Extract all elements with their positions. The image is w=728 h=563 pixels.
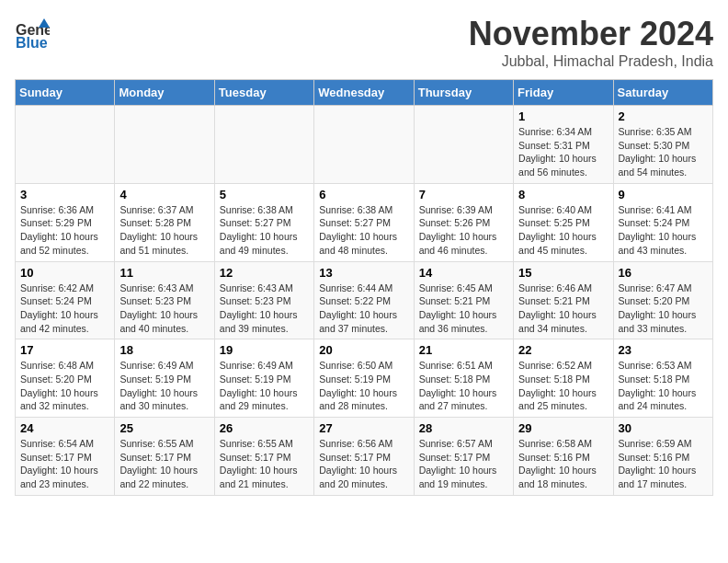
title-area: November 2024 Jubbal, Himachal Pradesh, … xyxy=(469,15,713,70)
day-info: Sunrise: 6:54 AM Sunset: 5:17 PM Dayligh… xyxy=(20,437,109,491)
calendar-week-row: 3Sunrise: 6:36 AM Sunset: 5:29 PM Daylig… xyxy=(16,183,713,261)
weekday-header: Sunday xyxy=(16,80,115,106)
calendar-cell: 20Sunrise: 6:50 AM Sunset: 5:19 PM Dayli… xyxy=(314,339,414,418)
day-info: Sunrise: 6:52 AM Sunset: 5:18 PM Dayligh… xyxy=(518,359,608,413)
calendar-cell: 23Sunrise: 6:53 AM Sunset: 5:18 PM Dayli… xyxy=(613,339,712,418)
day-number: 26 xyxy=(220,421,309,435)
calendar-cell: 28Sunrise: 6:57 AM Sunset: 5:17 PM Dayli… xyxy=(414,418,513,496)
day-number: 21 xyxy=(419,343,508,357)
calendar-cell xyxy=(414,106,513,184)
day-number: 1 xyxy=(518,109,608,123)
day-info: Sunrise: 6:34 AM Sunset: 5:31 PM Dayligh… xyxy=(518,125,608,179)
location-subtitle: Jubbal, Himachal Pradesh, India xyxy=(469,53,713,70)
calendar-cell: 2Sunrise: 6:35 AM Sunset: 5:30 PM Daylig… xyxy=(613,106,712,184)
calendar-cell: 21Sunrise: 6:51 AM Sunset: 5:18 PM Dayli… xyxy=(414,339,513,418)
day-number: 25 xyxy=(119,421,209,435)
day-number: 20 xyxy=(319,343,408,357)
day-info: Sunrise: 6:43 AM Sunset: 5:23 PM Dayligh… xyxy=(220,282,309,336)
calendar-cell: 29Sunrise: 6:58 AM Sunset: 5:16 PM Dayli… xyxy=(514,418,613,496)
day-info: Sunrise: 6:47 AM Sunset: 5:20 PM Dayligh… xyxy=(619,282,708,336)
day-info: Sunrise: 6:50 AM Sunset: 5:19 PM Dayligh… xyxy=(319,359,408,413)
day-number: 23 xyxy=(619,343,708,357)
day-number: 7 xyxy=(419,188,508,201)
day-info: Sunrise: 6:36 AM Sunset: 5:29 PM Dayligh… xyxy=(20,203,109,258)
calendar-cell: 3Sunrise: 6:36 AM Sunset: 5:29 PM Daylig… xyxy=(16,183,115,261)
calendar-week-row: 17Sunrise: 6:48 AM Sunset: 5:20 PM Dayli… xyxy=(16,339,713,418)
day-info: Sunrise: 6:35 AM Sunset: 5:30 PM Dayligh… xyxy=(619,125,708,179)
day-info: Sunrise: 6:38 AM Sunset: 5:27 PM Dayligh… xyxy=(220,203,309,258)
calendar-cell: 1Sunrise: 6:34 AM Sunset: 5:31 PM Daylig… xyxy=(514,106,613,184)
day-number: 16 xyxy=(619,266,708,280)
calendar-cell: 7Sunrise: 6:39 AM Sunset: 5:26 PM Daylig… xyxy=(414,183,513,261)
day-info: Sunrise: 6:42 AM Sunset: 5:24 PM Dayligh… xyxy=(20,282,109,336)
calendar-cell: 14Sunrise: 6:45 AM Sunset: 5:21 PM Dayli… xyxy=(414,261,513,339)
weekday-header: Monday xyxy=(115,80,214,106)
logo: General Blue xyxy=(15,15,50,50)
calendar-cell: 25Sunrise: 6:55 AM Sunset: 5:17 PM Dayli… xyxy=(115,418,214,496)
calendar-cell xyxy=(115,106,214,184)
day-number: 8 xyxy=(518,188,608,201)
weekday-header: Saturday xyxy=(613,80,712,106)
day-info: Sunrise: 6:49 AM Sunset: 5:19 PM Dayligh… xyxy=(220,359,309,413)
calendar-cell: 13Sunrise: 6:44 AM Sunset: 5:22 PM Dayli… xyxy=(314,261,414,339)
day-number: 22 xyxy=(518,343,608,357)
day-number: 27 xyxy=(319,421,408,435)
day-number: 14 xyxy=(419,266,508,280)
day-number: 18 xyxy=(119,343,209,357)
day-info: Sunrise: 6:58 AM Sunset: 5:16 PM Dayligh… xyxy=(518,437,608,491)
day-info: Sunrise: 6:51 AM Sunset: 5:18 PM Dayligh… xyxy=(419,359,508,413)
day-info: Sunrise: 6:59 AM Sunset: 5:16 PM Dayligh… xyxy=(619,437,708,491)
day-info: Sunrise: 6:37 AM Sunset: 5:28 PM Dayligh… xyxy=(119,203,209,258)
calendar-cell: 19Sunrise: 6:49 AM Sunset: 5:19 PM Dayli… xyxy=(214,339,313,418)
weekday-header: Friday xyxy=(514,80,613,106)
day-info: Sunrise: 6:48 AM Sunset: 5:20 PM Dayligh… xyxy=(20,359,109,413)
day-info: Sunrise: 6:44 AM Sunset: 5:22 PM Dayligh… xyxy=(319,282,408,336)
calendar-cell: 11Sunrise: 6:43 AM Sunset: 5:23 PM Dayli… xyxy=(115,261,214,339)
day-info: Sunrise: 6:41 AM Sunset: 5:24 PM Dayligh… xyxy=(619,203,708,258)
day-info: Sunrise: 6:43 AM Sunset: 5:23 PM Dayligh… xyxy=(119,282,209,336)
day-info: Sunrise: 6:40 AM Sunset: 5:25 PM Dayligh… xyxy=(518,203,608,258)
day-number: 6 xyxy=(319,188,408,201)
weekday-header: Tuesday xyxy=(214,80,313,106)
calendar-cell: 8Sunrise: 6:40 AM Sunset: 5:25 PM Daylig… xyxy=(514,183,613,261)
day-number: 2 xyxy=(619,109,708,123)
page-header: General Blue November 2024 Jubbal, Himac… xyxy=(15,15,713,70)
day-number: 12 xyxy=(220,266,309,280)
day-number: 3 xyxy=(20,188,109,201)
svg-text:Blue: Blue xyxy=(16,35,48,50)
day-number: 30 xyxy=(619,421,708,435)
day-info: Sunrise: 6:45 AM Sunset: 5:21 PM Dayligh… xyxy=(419,282,508,336)
day-info: Sunrise: 6:53 AM Sunset: 5:18 PM Dayligh… xyxy=(619,359,708,413)
calendar-cell: 17Sunrise: 6:48 AM Sunset: 5:20 PM Dayli… xyxy=(16,339,115,418)
day-info: Sunrise: 6:56 AM Sunset: 5:17 PM Dayligh… xyxy=(319,437,408,491)
calendar-cell: 5Sunrise: 6:38 AM Sunset: 5:27 PM Daylig… xyxy=(214,183,313,261)
day-number: 10 xyxy=(20,266,109,280)
day-info: Sunrise: 6:39 AM Sunset: 5:26 PM Dayligh… xyxy=(419,203,508,258)
calendar-week-row: 10Sunrise: 6:42 AM Sunset: 5:24 PM Dayli… xyxy=(16,261,713,339)
day-number: 17 xyxy=(20,343,109,357)
day-info: Sunrise: 6:55 AM Sunset: 5:17 PM Dayligh… xyxy=(119,437,209,491)
day-number: 5 xyxy=(220,188,309,201)
day-number: 24 xyxy=(20,421,109,435)
calendar-cell: 30Sunrise: 6:59 AM Sunset: 5:16 PM Dayli… xyxy=(613,418,712,496)
day-info: Sunrise: 6:57 AM Sunset: 5:17 PM Dayligh… xyxy=(419,437,508,491)
day-number: 11 xyxy=(119,266,209,280)
day-number: 19 xyxy=(220,343,309,357)
calendar-week-row: 1Sunrise: 6:34 AM Sunset: 5:31 PM Daylig… xyxy=(16,106,713,184)
calendar-cell: 24Sunrise: 6:54 AM Sunset: 5:17 PM Dayli… xyxy=(16,418,115,496)
month-title: November 2024 xyxy=(469,15,713,53)
calendar-cell: 26Sunrise: 6:55 AM Sunset: 5:17 PM Dayli… xyxy=(214,418,313,496)
calendar-cell: 15Sunrise: 6:46 AM Sunset: 5:21 PM Dayli… xyxy=(514,261,613,339)
day-number: 9 xyxy=(619,188,708,201)
calendar-week-row: 24Sunrise: 6:54 AM Sunset: 5:17 PM Dayli… xyxy=(16,418,713,496)
calendar-header-row: SundayMondayTuesdayWednesdayThursdayFrid… xyxy=(16,80,713,106)
day-info: Sunrise: 6:38 AM Sunset: 5:27 PM Dayligh… xyxy=(319,203,408,258)
calendar-cell: 9Sunrise: 6:41 AM Sunset: 5:24 PM Daylig… xyxy=(613,183,712,261)
weekday-header: Wednesday xyxy=(314,80,414,106)
day-number: 15 xyxy=(518,266,608,280)
calendar-cell: 16Sunrise: 6:47 AM Sunset: 5:20 PM Dayli… xyxy=(613,261,712,339)
calendar-table: SundayMondayTuesdayWednesdayThursdayFrid… xyxy=(15,79,713,496)
calendar-cell: 10Sunrise: 6:42 AM Sunset: 5:24 PM Dayli… xyxy=(16,261,115,339)
calendar-cell: 12Sunrise: 6:43 AM Sunset: 5:23 PM Dayli… xyxy=(214,261,313,339)
day-info: Sunrise: 6:46 AM Sunset: 5:21 PM Dayligh… xyxy=(518,282,608,336)
